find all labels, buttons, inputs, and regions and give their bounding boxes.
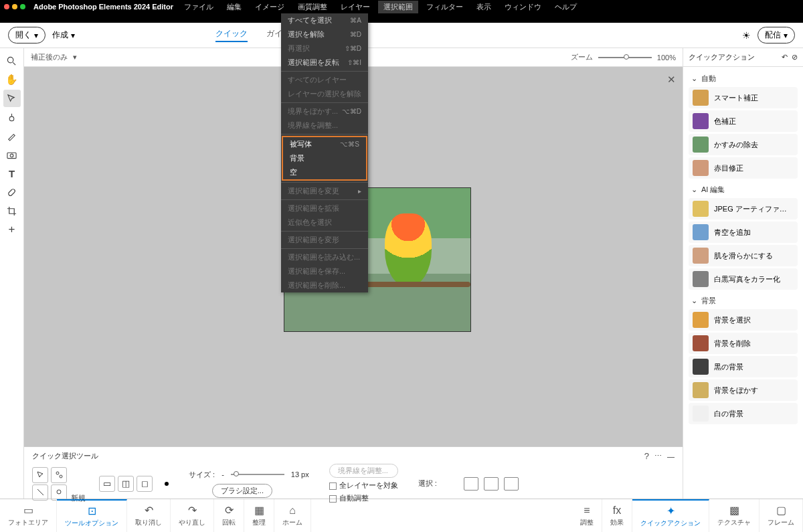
view-mode-select[interactable]: 補正後のみ bbox=[31, 52, 68, 62]
healing-tool[interactable] bbox=[3, 183, 21, 201]
menu-item-highlighted[interactable]: 被写体⌥⌘S bbox=[283, 137, 366, 151]
tab-quick[interactable]: クイック bbox=[215, 28, 248, 42]
quick-action-item[interactable]: 青空を追加 bbox=[689, 221, 798, 243]
top-toolbar: 開く ▾ 作成 ▾ クイック ガイド 詳細 ☀ 配信 ▾ bbox=[0, 23, 803, 48]
quick-action-item[interactable]: 背景を選択 bbox=[689, 309, 798, 331]
create-button[interactable]: 作成 ▾ bbox=[52, 29, 75, 41]
bb-item[interactable]: ✦クイックアクション bbox=[632, 499, 709, 532]
size-slider[interactable] bbox=[231, 474, 284, 475]
boundary-button[interactable]: 境界線を調整... bbox=[329, 464, 398, 478]
bb-item[interactable]: ▩テクスチャ bbox=[709, 499, 760, 532]
quick-action-item[interactable]: 色補正 bbox=[689, 110, 798, 132]
menu-item[interactable]: すべてを選択⌘A bbox=[281, 13, 368, 27]
rp-section-header[interactable]: ⌄自動 bbox=[686, 70, 800, 85]
menu-layer[interactable]: レイヤー bbox=[335, 1, 375, 13]
select-bg-icon[interactable] bbox=[484, 477, 499, 491]
menu-item[interactable]: 選択範囲を変更▸ bbox=[281, 184, 368, 198]
menu-item[interactable]: すべてのレイヤー bbox=[281, 73, 368, 87]
selection-add[interactable] bbox=[51, 467, 67, 483]
close-icon[interactable]: ✕ bbox=[667, 74, 676, 86]
menu-item[interactable]: 再選択⇧⌘D bbox=[281, 41, 368, 56]
menu-item[interactable]: 境界をぼかす...⌥⌘D bbox=[281, 104, 368, 118]
quick-action-item[interactable]: 背景を削除 bbox=[689, 333, 798, 354]
menu-item[interactable]: 選択範囲を変形 bbox=[281, 233, 368, 247]
selection-subtract[interactable] bbox=[32, 484, 48, 501]
quick-select-tool[interactable] bbox=[3, 90, 21, 107]
select-menu-dropdown: すべてを選択⌘A選択を解除⌘D再選択⇧⌘D選択範囲を反転⇧⌘Iすべてのレイヤーレ… bbox=[281, 13, 368, 292]
menu-item[interactable]: レイヤーの選択を解除 bbox=[281, 87, 368, 101]
bb-item[interactable]: ⟳回転 bbox=[214, 499, 244, 532]
menu-image[interactable]: イメージ bbox=[250, 1, 290, 13]
collapse-icon[interactable]: — bbox=[667, 452, 675, 460]
crop-tool[interactable] bbox=[3, 202, 21, 219]
menu-select[interactable]: 選択範囲 bbox=[378, 1, 418, 13]
menu-item[interactable]: 選択範囲を拡張 bbox=[281, 201, 368, 215]
camera-tool[interactable] bbox=[3, 146, 21, 163]
mode-box-3[interactable]: ◻ bbox=[137, 476, 153, 492]
menu-edit[interactable]: 編集 bbox=[221, 1, 247, 13]
selection-intersect[interactable] bbox=[51, 484, 67, 501]
rp-section-header[interactable]: ⌄背景 bbox=[686, 292, 800, 307]
menu-item-highlighted[interactable]: 空 bbox=[283, 165, 366, 179]
select-subject-icon[interactable] bbox=[464, 477, 478, 491]
bb-item[interactable]: ↷やり直し bbox=[171, 499, 214, 532]
text-tool[interactable]: T bbox=[3, 165, 21, 182]
selection-new[interactable] bbox=[32, 467, 48, 483]
eyedropper-tool[interactable] bbox=[3, 108, 21, 126]
menu-item[interactable]: 選択範囲を反転⇧⌘I bbox=[281, 56, 368, 70]
quick-action-item[interactable]: 肌を滑らかにする bbox=[689, 245, 798, 266]
brush-tool[interactable] bbox=[3, 127, 21, 145]
quick-action-item[interactable]: 背景をぼかす bbox=[689, 379, 798, 401]
quick-action-item[interactable]: スマート補正 bbox=[689, 87, 798, 108]
select-sky-icon[interactable] bbox=[504, 477, 519, 491]
menu-item-highlighted[interactable]: 背景 bbox=[283, 151, 366, 165]
brightness-icon[interactable]: ☀ bbox=[742, 30, 751, 41]
menu-file[interactable]: ファイル bbox=[179, 1, 219, 13]
quick-action-item[interactable]: 白黒写真をカラー化 bbox=[689, 268, 798, 290]
svg-point-0 bbox=[7, 57, 13, 62]
zoom-slider[interactable] bbox=[598, 57, 652, 58]
menu-item[interactable]: 選択を解除⌘D bbox=[281, 27, 368, 41]
quick-action-item[interactable]: 黒の背景 bbox=[689, 356, 798, 377]
chevron-down-icon: ▾ bbox=[34, 31, 38, 40]
bb-item[interactable]: ▭フォトエリア bbox=[0, 499, 57, 532]
menu-item[interactable]: 選択範囲を削除... bbox=[281, 278, 368, 292]
mode-box-1[interactable]: ▭ bbox=[99, 476, 115, 492]
more-icon[interactable]: ⋯ bbox=[654, 452, 662, 460]
bb-item[interactable]: ⊡ツールオプション bbox=[57, 499, 127, 532]
quick-action-item[interactable]: かすみの除去 bbox=[689, 134, 798, 155]
menu-item[interactable]: 境界線を調整... bbox=[281, 118, 368, 132]
menu-view[interactable]: 表示 bbox=[471, 1, 497, 13]
quick-action-item[interactable]: 白の背景 bbox=[689, 403, 798, 424]
help-icon[interactable]: ? bbox=[644, 451, 649, 461]
bb-item[interactable]: ▦整理 bbox=[244, 499, 274, 532]
brush-settings-button[interactable]: ブラシ設定... bbox=[212, 484, 272, 498]
menu-enhance[interactable]: 画質調整 bbox=[292, 1, 333, 13]
zoom-tool[interactable] bbox=[3, 52, 21, 70]
hand-tool[interactable]: ✋ bbox=[3, 71, 21, 88]
menu-item[interactable]: 選択範囲を保存... bbox=[281, 264, 368, 278]
all-layers-checkbox[interactable] bbox=[329, 482, 337, 490]
quick-action-item[interactable]: JPEG アーティファ… bbox=[689, 198, 798, 219]
rp-section-header[interactable]: ⌄AI 編集 bbox=[686, 181, 800, 196]
auto-adjust-checkbox[interactable] bbox=[329, 495, 337, 503]
bb-item[interactable]: ≡調整 bbox=[572, 499, 602, 532]
add-tool[interactable]: + bbox=[3, 221, 21, 238]
open-button[interactable]: 開く ▾ bbox=[8, 27, 46, 43]
menu-help[interactable]: ヘルプ bbox=[549, 1, 582, 13]
deliver-button[interactable]: 配信 ▾ bbox=[757, 27, 795, 43]
menu-window[interactable]: ウィンドウ bbox=[499, 1, 547, 13]
bb-item[interactable]: fx効果 bbox=[602, 499, 632, 532]
menu-item[interactable]: 近似色を選択 bbox=[281, 215, 368, 230]
bb-item[interactable]: ↶取り消し bbox=[127, 499, 171, 532]
bb-item[interactable]: ⌂ホーム bbox=[274, 499, 311, 532]
menu-filter[interactable]: フィルター bbox=[421, 1, 468, 13]
undo-icon[interactable]: ↶ bbox=[782, 53, 788, 62]
menu-item[interactable]: 選択範囲を読み込む... bbox=[281, 250, 368, 264]
window-controls[interactable] bbox=[4, 4, 25, 9]
bb-item[interactable]: ▢フレーム bbox=[760, 499, 803, 532]
mode-box-2[interactable]: ◫ bbox=[118, 476, 134, 492]
zoom-label: ズーム bbox=[571, 52, 593, 62]
quick-action-item[interactable]: 赤目修正 bbox=[689, 157, 798, 179]
reset-icon[interactable]: ⊘ bbox=[792, 53, 798, 62]
